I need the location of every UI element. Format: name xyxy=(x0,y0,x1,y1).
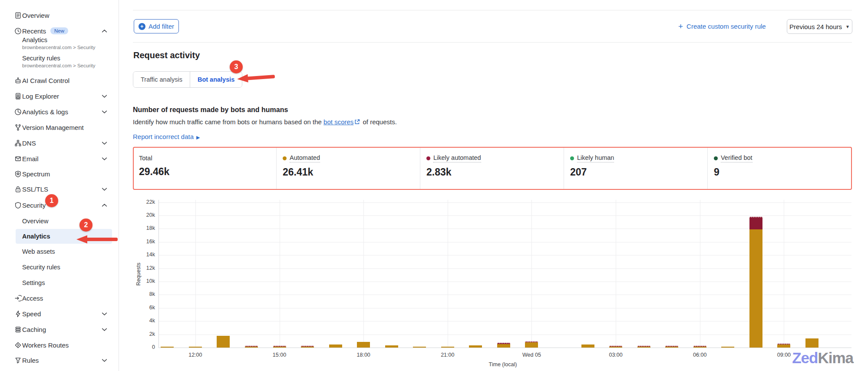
stat-value: 207 xyxy=(570,166,707,178)
bar-likely-automated-16:00[interactable] xyxy=(301,346,314,347)
sidebar-item-ssl-tls[interactable]: SSL/TLS xyxy=(0,182,119,196)
bar-automated-11:00[interactable] xyxy=(161,347,174,348)
bar-automated-14:00[interactable] xyxy=(245,347,258,348)
sidebar-item-security-web-assets[interactable]: Web assets xyxy=(0,244,119,259)
annotation-arrow-2 xyxy=(76,235,118,244)
chevron-down-icon[interactable] xyxy=(101,186,107,192)
new-badge: New xyxy=(50,27,68,34)
section-heading: Number of requests made by bots and huma… xyxy=(133,106,288,114)
chevron-down-icon[interactable] xyxy=(101,311,107,317)
sidebar-item-overview[interactable]: Overview xyxy=(0,8,119,23)
access-icon xyxy=(13,294,22,302)
bar-automated-05:00[interactable] xyxy=(665,347,678,348)
x-tick-label: 18:00 xyxy=(344,352,383,358)
chevron-down-icon[interactable] xyxy=(101,156,107,162)
sidebar-item-label: Version Management xyxy=(22,124,84,131)
sidebar-item-security-security-rules[interactable]: Security rules xyxy=(0,260,119,275)
bar-automated-08:00[interactable] xyxy=(749,229,762,348)
sidebar-item-label: SSL/TLS xyxy=(22,186,48,193)
sidebar-item-rules[interactable]: Rules xyxy=(0,353,119,368)
stat-label[interactable]: Likely automated xyxy=(426,154,481,162)
sidebar-item-log-explorer[interactable]: Log Explorer xyxy=(0,89,119,103)
bar-likely-automated-15:00[interactable] xyxy=(273,346,286,347)
sidebar-item-email[interactable]: Email xyxy=(0,151,119,166)
sidebar-item-spectrum[interactable]: Spectrum xyxy=(0,166,119,181)
annotation-badge-3: 3 xyxy=(230,60,243,73)
bar-automated-13:00[interactable] xyxy=(217,336,230,348)
sidebar-item-dns[interactable]: DNS xyxy=(0,136,119,150)
chevron-up-icon[interactable] xyxy=(101,202,107,208)
bar-likely-automated-03:00[interactable] xyxy=(609,346,622,347)
x-tick-label: Wed 05 xyxy=(512,352,551,358)
chevron-down-icon[interactable] xyxy=(101,140,107,146)
bar-automated-04:00[interactable] xyxy=(637,347,650,348)
bar-automated-23:00[interactable] xyxy=(497,344,510,348)
bar-likely-automated-04:00[interactable] xyxy=(637,346,650,347)
y-tick-label: 16k xyxy=(132,238,155,245)
bar-automated-19:00[interactable] xyxy=(385,345,398,348)
plus-circle-icon: + xyxy=(139,23,145,30)
bar-automated-09:00[interactable] xyxy=(777,344,790,348)
sidebar-item-security[interactable]: Security xyxy=(0,198,119,212)
bar-likely-automated-05:00[interactable] xyxy=(665,346,678,347)
bar-automated-22:00[interactable] xyxy=(469,345,482,348)
bar-likely-automated-09:00[interactable] xyxy=(777,344,790,344)
sidebar-item-security-overview[interactable]: Overview xyxy=(0,214,119,229)
bar-automated-12:00[interactable] xyxy=(189,347,202,348)
chevron-down-icon[interactable] xyxy=(101,93,107,99)
bar-automated-06:00[interactable] xyxy=(693,347,706,348)
tab-bot-analysis[interactable]: Bot analysis xyxy=(190,72,242,87)
bar-automated-00:00[interactable] xyxy=(525,342,538,348)
bar-automated-03:00[interactable] xyxy=(609,347,622,348)
sidebar-item-label: Overview xyxy=(22,12,50,19)
add-filter-button[interactable]: + Add filter xyxy=(134,19,179,33)
stat-label[interactable]: Likely human xyxy=(570,154,614,162)
bar-automated-18:00[interactable] xyxy=(357,342,370,348)
chevron-down-icon[interactable] xyxy=(101,326,107,332)
bar-likely-automated-06:00[interactable] xyxy=(693,346,706,347)
sidebar-item-recents[interactable]: RecentsNew xyxy=(0,23,119,38)
sidebar-item-speed[interactable]: Speed xyxy=(0,306,119,321)
tab-traffic-analysis[interactable]: Traffic analysis xyxy=(133,72,190,87)
bar-automated-07:00[interactable] xyxy=(721,347,734,348)
chevron-up-icon[interactable] xyxy=(101,28,107,34)
sidebar-item-workers-routes[interactable]: Workers Routes xyxy=(0,338,119,352)
bar-likely-automated-08:00[interactable] xyxy=(749,217,762,229)
bar-automated-20:00[interactable] xyxy=(413,347,426,348)
bar-likely-automated-00:00[interactable] xyxy=(525,341,538,342)
series-color-dot xyxy=(426,156,430,160)
bar-automated-10:00[interactable] xyxy=(805,338,818,348)
bar-automated-02:00[interactable] xyxy=(581,344,594,348)
time-range-dropdown[interactable]: Previous 24 hours ▼ xyxy=(787,19,852,34)
bar-likely-automated-14:00[interactable] xyxy=(245,346,258,347)
sidebar-item-label: Rules xyxy=(22,357,39,364)
bar-automated-16:00[interactable] xyxy=(301,347,314,348)
chevron-down-icon[interactable] xyxy=(101,357,107,363)
stat-label-text: Likely human xyxy=(577,154,614,162)
series-color-dot xyxy=(283,156,287,160)
bar-automated-15:00[interactable] xyxy=(273,347,286,348)
sidebar-item-caching[interactable]: Caching xyxy=(0,322,119,337)
bar-likely-automated-23:00[interactable] xyxy=(497,343,510,344)
x-tick-label: 15:00 xyxy=(260,352,299,358)
sidebar-item-ai-crawl-control[interactable]: AI Crawl Control xyxy=(0,73,119,88)
sidebar-item-analytics-and-logs[interactable]: Analytics & logs xyxy=(0,104,119,119)
bar-automated-21:00[interactable] xyxy=(441,347,454,348)
sidebar-item-version-management[interactable]: Version Management xyxy=(0,120,119,135)
report-incorrect-data-link[interactable]: Report incorrect data▶ xyxy=(133,133,200,140)
create-custom-security-rule-link[interactable]: + Create custom security rule xyxy=(678,23,766,30)
document-icon xyxy=(13,11,22,20)
bar-automated-17:00[interactable] xyxy=(329,344,342,348)
sidebar-item-label: Overview xyxy=(22,218,48,225)
sidebar-item-security-settings[interactable]: Settings xyxy=(0,275,119,290)
sidebar-recent-security-rules[interactable]: Security rulesbrownbearcentral.com > Sec… xyxy=(0,55,119,72)
stat-label[interactable]: Verified bot xyxy=(714,154,752,162)
sidebar-recent-analytics[interactable]: Analyticsbrownbearcentral.com > Security xyxy=(0,36,119,54)
chevron-down-icon[interactable] xyxy=(101,109,107,115)
stat-label[interactable]: Automated xyxy=(283,154,320,162)
y-tick-label: 14k xyxy=(132,252,155,258)
stat-label: Total xyxy=(139,155,152,162)
sidebar-item-access[interactable]: Access xyxy=(0,291,119,305)
bot-scores-link[interactable]: bot scores xyxy=(323,118,353,126)
sidebar-item-label: Workers Routes xyxy=(22,341,69,349)
